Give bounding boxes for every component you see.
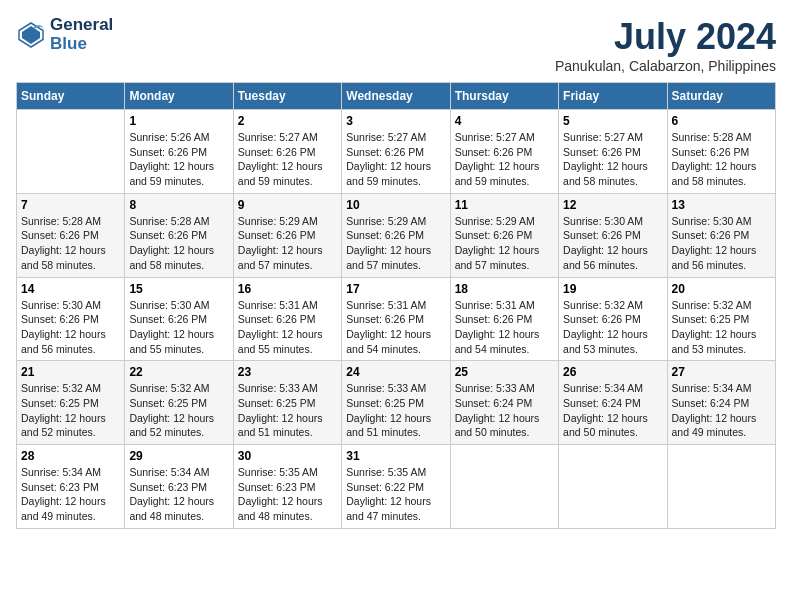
week-row-4: 21Sunrise: 5:32 AM Sunset: 6:25 PM Dayli… bbox=[17, 361, 776, 445]
day-cell: 17Sunrise: 5:31 AM Sunset: 6:26 PM Dayli… bbox=[342, 277, 450, 361]
day-number: 10 bbox=[346, 198, 445, 212]
day-cell bbox=[667, 445, 775, 529]
month-title: July 2024 bbox=[555, 16, 776, 58]
week-row-1: 1Sunrise: 5:26 AM Sunset: 6:26 PM Daylig… bbox=[17, 110, 776, 194]
title-block: July 2024 Panukulan, Calabarzon, Philipp… bbox=[555, 16, 776, 74]
day-cell bbox=[17, 110, 125, 194]
day-number: 23 bbox=[238, 365, 337, 379]
day-info: Sunrise: 5:33 AM Sunset: 6:25 PM Dayligh… bbox=[238, 381, 337, 440]
day-number: 5 bbox=[563, 114, 662, 128]
week-row-2: 7Sunrise: 5:28 AM Sunset: 6:26 PM Daylig… bbox=[17, 193, 776, 277]
day-info: Sunrise: 5:28 AM Sunset: 6:26 PM Dayligh… bbox=[672, 130, 771, 189]
day-cell: 29Sunrise: 5:34 AM Sunset: 6:23 PM Dayli… bbox=[125, 445, 233, 529]
day-number: 18 bbox=[455, 282, 554, 296]
day-number: 17 bbox=[346, 282, 445, 296]
day-cell: 6Sunrise: 5:28 AM Sunset: 6:26 PM Daylig… bbox=[667, 110, 775, 194]
day-cell: 24Sunrise: 5:33 AM Sunset: 6:25 PM Dayli… bbox=[342, 361, 450, 445]
day-cell: 23Sunrise: 5:33 AM Sunset: 6:25 PM Dayli… bbox=[233, 361, 341, 445]
day-info: Sunrise: 5:33 AM Sunset: 6:25 PM Dayligh… bbox=[346, 381, 445, 440]
col-header-friday: Friday bbox=[559, 83, 667, 110]
svg-marker-1 bbox=[22, 26, 40, 44]
day-number: 31 bbox=[346, 449, 445, 463]
day-number: 16 bbox=[238, 282, 337, 296]
week-row-5: 28Sunrise: 5:34 AM Sunset: 6:23 PM Dayli… bbox=[17, 445, 776, 529]
day-info: Sunrise: 5:31 AM Sunset: 6:26 PM Dayligh… bbox=[455, 298, 554, 357]
day-number: 2 bbox=[238, 114, 337, 128]
day-cell: 13Sunrise: 5:30 AM Sunset: 6:26 PM Dayli… bbox=[667, 193, 775, 277]
day-info: Sunrise: 5:29 AM Sunset: 6:26 PM Dayligh… bbox=[238, 214, 337, 273]
day-info: Sunrise: 5:27 AM Sunset: 6:26 PM Dayligh… bbox=[455, 130, 554, 189]
col-header-wednesday: Wednesday bbox=[342, 83, 450, 110]
day-number: 25 bbox=[455, 365, 554, 379]
day-info: Sunrise: 5:32 AM Sunset: 6:25 PM Dayligh… bbox=[21, 381, 120, 440]
day-cell: 4Sunrise: 5:27 AM Sunset: 6:26 PM Daylig… bbox=[450, 110, 558, 194]
day-info: Sunrise: 5:27 AM Sunset: 6:26 PM Dayligh… bbox=[346, 130, 445, 189]
day-cell: 20Sunrise: 5:32 AM Sunset: 6:25 PM Dayli… bbox=[667, 277, 775, 361]
day-number: 27 bbox=[672, 365, 771, 379]
col-header-thursday: Thursday bbox=[450, 83, 558, 110]
day-number: 4 bbox=[455, 114, 554, 128]
day-cell: 5Sunrise: 5:27 AM Sunset: 6:26 PM Daylig… bbox=[559, 110, 667, 194]
day-info: Sunrise: 5:30 AM Sunset: 6:26 PM Dayligh… bbox=[563, 214, 662, 273]
day-info: Sunrise: 5:30 AM Sunset: 6:26 PM Dayligh… bbox=[21, 298, 120, 357]
col-header-monday: Monday bbox=[125, 83, 233, 110]
day-number: 28 bbox=[21, 449, 120, 463]
day-cell: 21Sunrise: 5:32 AM Sunset: 6:25 PM Dayli… bbox=[17, 361, 125, 445]
day-number: 14 bbox=[21, 282, 120, 296]
day-info: Sunrise: 5:32 AM Sunset: 6:26 PM Dayligh… bbox=[563, 298, 662, 357]
day-cell: 25Sunrise: 5:33 AM Sunset: 6:24 PM Dayli… bbox=[450, 361, 558, 445]
day-cell: 15Sunrise: 5:30 AM Sunset: 6:26 PM Dayli… bbox=[125, 277, 233, 361]
location-title: Panukulan, Calabarzon, Philippines bbox=[555, 58, 776, 74]
day-number: 29 bbox=[129, 449, 228, 463]
day-cell: 8Sunrise: 5:28 AM Sunset: 6:26 PM Daylig… bbox=[125, 193, 233, 277]
day-info: Sunrise: 5:34 AM Sunset: 6:24 PM Dayligh… bbox=[672, 381, 771, 440]
day-cell: 28Sunrise: 5:34 AM Sunset: 6:23 PM Dayli… bbox=[17, 445, 125, 529]
day-cell: 12Sunrise: 5:30 AM Sunset: 6:26 PM Dayli… bbox=[559, 193, 667, 277]
day-info: Sunrise: 5:31 AM Sunset: 6:26 PM Dayligh… bbox=[238, 298, 337, 357]
day-info: Sunrise: 5:26 AM Sunset: 6:26 PM Dayligh… bbox=[129, 130, 228, 189]
day-cell: 18Sunrise: 5:31 AM Sunset: 6:26 PM Dayli… bbox=[450, 277, 558, 361]
day-number: 7 bbox=[21, 198, 120, 212]
day-number: 11 bbox=[455, 198, 554, 212]
day-info: Sunrise: 5:32 AM Sunset: 6:25 PM Dayligh… bbox=[672, 298, 771, 357]
day-info: Sunrise: 5:33 AM Sunset: 6:24 PM Dayligh… bbox=[455, 381, 554, 440]
day-cell bbox=[450, 445, 558, 529]
day-cell: 2Sunrise: 5:27 AM Sunset: 6:26 PM Daylig… bbox=[233, 110, 341, 194]
day-number: 1 bbox=[129, 114, 228, 128]
col-header-sunday: Sunday bbox=[17, 83, 125, 110]
header-row: SundayMondayTuesdayWednesdayThursdayFrid… bbox=[17, 83, 776, 110]
logo-icon bbox=[16, 20, 46, 50]
day-number: 19 bbox=[563, 282, 662, 296]
day-info: Sunrise: 5:35 AM Sunset: 6:22 PM Dayligh… bbox=[346, 465, 445, 524]
day-info: Sunrise: 5:27 AM Sunset: 6:26 PM Dayligh… bbox=[563, 130, 662, 189]
week-row-3: 14Sunrise: 5:30 AM Sunset: 6:26 PM Dayli… bbox=[17, 277, 776, 361]
page-header: General Blue July 2024 Panukulan, Calaba… bbox=[16, 16, 776, 74]
logo: General Blue bbox=[16, 16, 113, 53]
day-cell: 16Sunrise: 5:31 AM Sunset: 6:26 PM Dayli… bbox=[233, 277, 341, 361]
day-info: Sunrise: 5:29 AM Sunset: 6:26 PM Dayligh… bbox=[346, 214, 445, 273]
day-cell: 26Sunrise: 5:34 AM Sunset: 6:24 PM Dayli… bbox=[559, 361, 667, 445]
day-cell: 14Sunrise: 5:30 AM Sunset: 6:26 PM Dayli… bbox=[17, 277, 125, 361]
day-info: Sunrise: 5:31 AM Sunset: 6:26 PM Dayligh… bbox=[346, 298, 445, 357]
day-cell: 3Sunrise: 5:27 AM Sunset: 6:26 PM Daylig… bbox=[342, 110, 450, 194]
day-cell: 1Sunrise: 5:26 AM Sunset: 6:26 PM Daylig… bbox=[125, 110, 233, 194]
day-number: 21 bbox=[21, 365, 120, 379]
col-header-saturday: Saturday bbox=[667, 83, 775, 110]
day-number: 15 bbox=[129, 282, 228, 296]
calendar-table: SundayMondayTuesdayWednesdayThursdayFrid… bbox=[16, 82, 776, 529]
day-number: 3 bbox=[346, 114, 445, 128]
day-cell: 10Sunrise: 5:29 AM Sunset: 6:26 PM Dayli… bbox=[342, 193, 450, 277]
day-info: Sunrise: 5:34 AM Sunset: 6:23 PM Dayligh… bbox=[129, 465, 228, 524]
day-info: Sunrise: 5:30 AM Sunset: 6:26 PM Dayligh… bbox=[129, 298, 228, 357]
day-cell: 27Sunrise: 5:34 AM Sunset: 6:24 PM Dayli… bbox=[667, 361, 775, 445]
day-number: 30 bbox=[238, 449, 337, 463]
day-cell: 31Sunrise: 5:35 AM Sunset: 6:22 PM Dayli… bbox=[342, 445, 450, 529]
day-cell: 30Sunrise: 5:35 AM Sunset: 6:23 PM Dayli… bbox=[233, 445, 341, 529]
col-header-tuesday: Tuesday bbox=[233, 83, 341, 110]
day-cell: 7Sunrise: 5:28 AM Sunset: 6:26 PM Daylig… bbox=[17, 193, 125, 277]
day-number: 12 bbox=[563, 198, 662, 212]
day-number: 6 bbox=[672, 114, 771, 128]
logo-text: General Blue bbox=[50, 16, 113, 53]
day-info: Sunrise: 5:28 AM Sunset: 6:26 PM Dayligh… bbox=[129, 214, 228, 273]
day-cell: 22Sunrise: 5:32 AM Sunset: 6:25 PM Dayli… bbox=[125, 361, 233, 445]
